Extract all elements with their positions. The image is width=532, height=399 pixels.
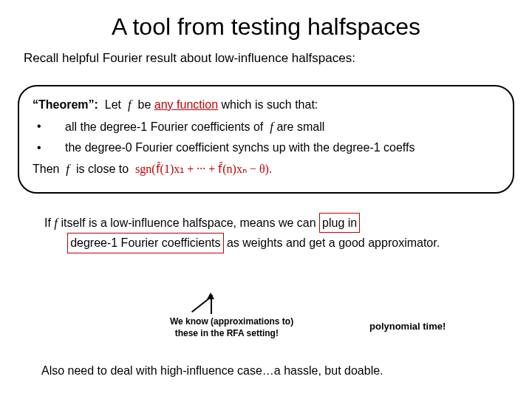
if-tail: as weights and get a good approximator. [227,236,440,249]
theorem-anyfunc: any function [154,98,218,111]
theorem-which: which is such that: [222,98,318,111]
if-label: If [44,216,51,229]
degree1-box: degree-1 Fourier coefficients [67,233,223,253]
theorem-then: Then f is close to sgn(f̂(1)x₁ + ··· + f… [33,160,499,179]
note-poly: polynomial time! [369,321,446,332]
bullet1-f: f [270,120,273,134]
theorem-box: “Theorem”: Let f be any function which i… [18,85,514,194]
conditional-block: If f itself is a low-influence halfspace… [44,213,532,253]
recall-line: Recall helpful Fourier result about low-… [24,51,532,66]
bullet-1: • all the degree-1 Fourier coefficients … [33,117,499,137]
note-rfa-2: these in the RFA setting! [175,328,279,338]
also-line: Also need to deal with high-influence ca… [41,364,383,378]
note-rfa: We know (approximations to) these in the… [170,316,293,339]
if-f: f [54,216,58,230]
bullet-2: • the degree-0 Fourier coefficient synch… [33,139,499,157]
bullet-dot-icon: • [33,139,65,157]
note-rfa-1: We know (approximations to) [170,316,293,327]
bullet2-text: the degree-0 Fourier coefficient synchs … [65,139,499,157]
bullet1-a: all the degree-1 Fourier coefficients of [65,120,263,133]
theorem-let: Let [105,98,121,111]
bullet1-b: are small [276,120,324,133]
theorem-be: be [138,98,151,111]
if-itself: itself is a low-influence halfspace, mea… [61,216,316,229]
then-close: is close to [76,163,129,175]
then-label: Then [33,163,59,175]
then-f: f [66,162,69,176]
slide-title: A tool from testing halfspaces [0,0,532,51]
then-formula: sgn(f̂(1)x₁ + ··· + f̂(n)xₙ − θ). [135,163,272,175]
theorem-f1: f [128,98,132,112]
theorem-label: “Theorem”: [33,98,98,111]
theorem-head: “Theorem”: Let f be any function which i… [33,95,499,115]
plug-in-box: plug in [319,213,360,233]
bullet-dot-icon: • [33,117,65,137]
arrowhead-icon [207,293,214,299]
